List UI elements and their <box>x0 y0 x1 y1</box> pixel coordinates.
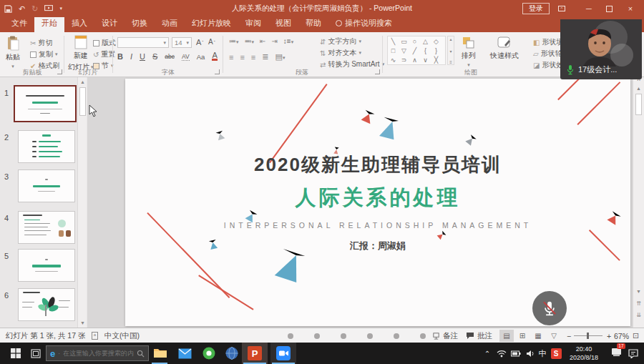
align-left-icon[interactable]: ≡ <box>229 53 233 62</box>
quick-styles-button[interactable]: 快速样式 <box>490 36 519 61</box>
powerpoint-taskbar-button[interactable]: P <box>242 343 268 364</box>
strikethrough-button[interactable]: S <box>152 52 157 61</box>
start-button[interactable] <box>6 343 26 364</box>
bullets-icon[interactable]: ≔▾ <box>229 37 239 45</box>
grow-font-button[interactable]: Aˆ <box>196 38 203 46</box>
zoom-out-button[interactable]: − <box>567 328 571 343</box>
qat-customize-icon[interactable]: ▾ <box>59 6 62 11</box>
text-direction-button[interactable]: ⇵文字方向▾ <box>320 36 361 46</box>
thumbnail-panel-scrollbar[interactable]: ▲ ▼ <box>77 77 87 328</box>
slide-thumbnail-2[interactable] <box>19 131 74 162</box>
underline-button[interactable]: U <box>140 52 145 61</box>
tab-animations[interactable]: 动画 <box>155 15 185 32</box>
spellcheck-icon[interactable]: a <box>92 328 98 343</box>
canvas-scrollbar[interactable]: ^ ▲ ▼ ⇈ ⇊ <box>633 77 644 328</box>
tab-slideshow[interactable]: 幻灯片放映 <box>185 15 238 32</box>
next-slide-icon[interactable]: ⇊ <box>635 312 642 318</box>
panel-scrollbar-thumb[interactable] <box>79 87 86 116</box>
save-icon[interactable] <box>4 5 12 13</box>
taskbar-clock[interactable]: 20:40 2020/8/18 <box>565 345 602 362</box>
battery-icon[interactable] <box>509 343 522 364</box>
sogou-input-icon[interactable]: S <box>550 343 562 364</box>
slideshow-view-button[interactable]: ▽ <box>547 330 561 342</box>
tab-file[interactable]: 文件 <box>4 15 34 32</box>
current-slide[interactable]: 2020级新生助理辅导员培训 人际关系的处理 INTERPERSONAL REL… <box>125 79 630 326</box>
copy-button[interactable]: 复制▾ <box>30 49 58 59</box>
mail-icon[interactable] <box>176 345 193 362</box>
tab-transitions[interactable]: 切换 <box>125 15 155 32</box>
numbering-icon[interactable]: ≕▾ <box>245 37 255 45</box>
italic-button[interactable]: I <box>130 52 132 61</box>
speaker-icon[interactable] <box>524 343 537 364</box>
shrink-font-button[interactable]: Aˇ <box>208 38 215 46</box>
shapes-scroll[interactable]: ▴▾≡ <box>447 36 454 65</box>
increase-indent-icon[interactable]: ⇥ <box>271 37 277 45</box>
paste-button[interactable]: 粘贴 ▾ <box>6 36 20 69</box>
ime-indicator[interactable]: 中 <box>537 343 548 364</box>
start-slideshow-icon[interactable] <box>44 5 53 12</box>
green-app-icon[interactable] <box>200 345 218 362</box>
comments-button[interactable]: 批注 <box>466 328 492 343</box>
line-spacing-icon[interactable]: ↕≡▾ <box>283 37 293 45</box>
paragraph-dialog-launcher-icon[interactable] <box>375 69 380 74</box>
wifi-icon[interactable] <box>495 343 508 364</box>
cut-button[interactable]: ✂剪切 <box>30 38 52 48</box>
canvas-scrollbar-thumb[interactable] <box>635 94 642 115</box>
tab-design[interactable]: 设计 <box>94 15 125 32</box>
minimize-button[interactable]: ─ <box>578 0 600 17</box>
slide-thumbnail-6[interactable] <box>19 289 74 320</box>
redo-icon[interactable]: ↻ <box>31 4 38 14</box>
slide-sorter-view-button[interactable]: ⊞ <box>515 330 530 342</box>
font-color-button[interactable]: A <box>212 52 217 61</box>
canvas-scroll-down-icon[interactable]: ▼ <box>635 289 642 294</box>
tab-view[interactable]: 视图 <box>268 15 298 32</box>
undo-icon[interactable]: ↶ <box>19 4 25 14</box>
change-case-button[interactable]: Aa <box>197 53 205 61</box>
zoom-slider-thumb[interactable] <box>587 333 589 339</box>
font-name-combo[interactable]: ▾ <box>117 37 169 48</box>
arrange-button[interactable]: 排列 ▾ <box>462 36 476 68</box>
reading-view-button[interactable]: ▦ <box>531 330 545 342</box>
slide-thumbnail-1[interactable] <box>15 87 75 121</box>
notification-icon[interactable]: 17 <box>608 343 624 364</box>
tab-tell-me[interactable]: 操作说明搜索 <box>328 15 399 32</box>
previous-slide-icon[interactable]: ⇈ <box>635 300 642 307</box>
slide-thumbnail-5[interactable] <box>19 250 74 281</box>
zoom-in-button[interactable]: + <box>607 328 611 343</box>
mute-button[interactable] <box>532 291 567 325</box>
bold-button[interactable]: B <box>117 52 123 61</box>
zoom-slider[interactable] <box>574 328 602 343</box>
tray-expand-icon[interactable]: ⌃ <box>481 343 494 364</box>
meeting-app-taskbar-button[interactable] <box>270 343 296 364</box>
notes-button[interactable]: 备注 <box>432 328 458 343</box>
webcam-tile[interactable]: 17级会计... <box>560 19 642 79</box>
font-size-combo[interactable]: 14▾ <box>172 37 192 48</box>
file-explorer-icon[interactable] <box>152 345 169 362</box>
fit-slide-to-window-icon[interactable]: ⊡ <box>633 328 639 343</box>
align-right-icon[interactable]: ≡ <box>251 53 255 62</box>
new-slide-button[interactable]: 新建 幻灯片▾ <box>68 35 94 72</box>
taskbar-search-input[interactable] <box>63 350 134 357</box>
slide-title[interactable]: 2020级新生助理辅导员培训 <box>254 152 502 177</box>
panel-scroll-up-icon[interactable]: ▲ <box>79 79 86 84</box>
decrease-indent-icon[interactable]: ⇤ <box>260 37 265 45</box>
slide-subtitle[interactable]: 人际关系的处理 <box>296 184 461 212</box>
close-button[interactable]: × <box>620 0 641 17</box>
slide-thumbnail-3[interactable] <box>19 170 74 202</box>
slide-thumbnail-4[interactable] <box>19 212 74 243</box>
browser-globe-icon[interactable] <box>223 345 240 362</box>
ribbon-display-options-icon[interactable]: ^ <box>551 0 572 17</box>
action-center-icon[interactable] <box>625 343 641 364</box>
tab-help[interactable]: 帮助 <box>298 15 328 32</box>
tab-insert[interactable]: 插入 <box>64 15 94 32</box>
font-dialog-launcher-icon[interactable] <box>215 69 220 74</box>
clear-formatting-button[interactable]: abc <box>165 53 175 60</box>
tab-home[interactable]: 开始 <box>34 15 64 32</box>
language-indicator[interactable]: 中文(中国) <box>104 328 140 343</box>
justify-icon[interactable]: ≣ <box>262 52 268 62</box>
slide-subtitle-english[interactable]: INTERPERSONAL RELATIONSHIP MANAGEMENT <box>224 221 532 230</box>
slide-presenter[interactable]: 汇报：周淑娟 <box>350 240 406 252</box>
normal-view-button[interactable]: ▤ <box>499 330 514 342</box>
character-spacing-button[interactable]: AV <box>182 53 190 61</box>
align-text-button[interactable]: ⇅对齐文本▾ <box>320 48 361 58</box>
